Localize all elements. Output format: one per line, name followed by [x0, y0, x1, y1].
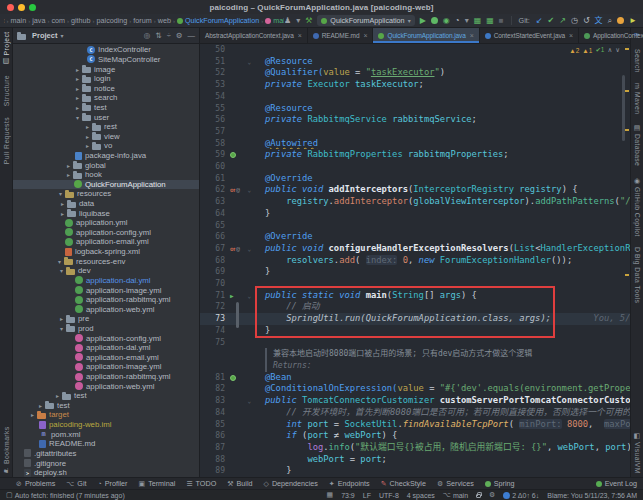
breadcrumb-item-src[interactable]: src — [4, 16, 5, 25]
tree-item-paicoding-web-iml[interactable]: paicoding-web.iml — [13, 420, 199, 430]
chevron-right-icon[interactable]: ▸ — [64, 171, 73, 178]
expand-collapse-button[interactable]: ⇅ — [155, 31, 161, 40]
close-tab-icon[interactable]: × — [569, 32, 573, 39]
stop-button[interactable]: ■ — [499, 16, 504, 26]
tree-item-application-rabbitmq-yml[interactable]: application-rabbitmq.yml — [13, 295, 199, 305]
stripe-warning-mark[interactable] — [625, 129, 629, 131]
tree-item--gitattributes[interactable]: .gitattributes — [13, 449, 199, 459]
tab-quickforumapplication-java[interactable]: QuickForumApplication.java× — [373, 28, 479, 43]
fold-icon[interactable]: ⌄ — [247, 395, 251, 407]
tree-item-application-dal-yml[interactable]: application-dal.yml — [13, 343, 199, 353]
toolwindow-dependencies[interactable]: ◇Dependencies — [264, 479, 318, 488]
build-project-button[interactable]: ▦ — [474, 16, 482, 26]
debug-button[interactable] — [431, 17, 438, 24]
tree-item-indexcontroller[interactable]: CIndexController — [13, 45, 199, 55]
status-utf-8[interactable]: UTF-8 — [379, 491, 399, 499]
toolwindow-todo[interactable]: ☰TODO — [186, 479, 216, 488]
chevron-down-icon[interactable]: ▾ — [56, 190, 65, 197]
push-button[interactable]: ↗ — [559, 16, 566, 26]
override-gutter-icon[interactable]: o↑ — [230, 243, 235, 255]
chevron-right-icon[interactable]: ▸ — [58, 200, 67, 207]
tree-item-user[interactable]: ▾user — [13, 112, 199, 122]
stripe-warning-mark[interactable] — [625, 90, 629, 92]
tree-item-application-email-yml[interactable]: application-email.yml — [13, 237, 199, 247]
tree-item-quickforumapplication[interactable]: QuickForumApplication — [13, 180, 199, 190]
gutter-drag-bar[interactable] — [236, 302, 239, 328]
tab-applicationcontext-java[interactable]: ApplicationContext.java — [579, 28, 643, 43]
chevron-right-icon[interactable]: ▸ — [83, 123, 92, 130]
chevron-down-icon[interactable]: ▾ — [55, 258, 64, 265]
chevron-right-icon[interactable]: ▸ — [58, 210, 67, 217]
status-2-0-6-[interactable]: 2 Δ0↑ 6↓ — [503, 491, 539, 499]
breadcrumb-item-java[interactable]: java — [32, 16, 45, 25]
plugin-orange-button[interactable] — [617, 17, 624, 24]
code-editor[interactable]: 5051⌄@Resource52@Qualifier(value = "task… — [200, 44, 630, 477]
toolwindow-build[interactable]: ⚒Build — [227, 479, 252, 488]
select-opened-file-button[interactable]: ◎ — [144, 31, 151, 40]
spring-at-gutter-icon[interactable]: @ — [236, 243, 240, 255]
rollback-button[interactable]: ↺ — [583, 16, 590, 26]
close-window-button[interactable] — [7, 4, 14, 11]
profile-dropdown-icon[interactable]: ▾ — [296, 16, 300, 26]
status-lock[interactable] — [476, 491, 481, 499]
chevron-right-icon[interactable]: ▸ — [73, 75, 82, 82]
history-button[interactable]: ◷ — [571, 16, 578, 26]
tree-item-image[interactable]: ▸image — [13, 64, 199, 74]
toolwindow-pull-requests[interactable]: Pull Requests — [3, 117, 10, 164]
toolwindow-maven[interactable]: mMaven — [634, 83, 641, 114]
tree-item-liquibase[interactable]: ▸liquibase — [13, 208, 199, 218]
close-tab-icon[interactable]: × — [363, 32, 367, 39]
tree-item-view[interactable]: ▸view — [13, 131, 199, 141]
profiler-button[interactable]: ◔ — [455, 16, 460, 26]
tree-item-logback-spring-xml[interactable]: logback-spring.xml — [13, 247, 199, 257]
traffic-lights[interactable] — [7, 4, 36, 11]
toolwindow-checkstyle[interactable]: ✎CheckStyle — [381, 479, 426, 488]
chevron-right-icon[interactable]: ▸ — [28, 411, 37, 418]
toolwindow-project[interactable]: ▤Project — [2, 31, 10, 65]
tree-item-login[interactable]: ▸login — [13, 74, 199, 84]
chevron-down-icon[interactable]: ▾ — [57, 325, 66, 332]
tree-item-deploy-sh[interactable]: >deploy.sh — [13, 468, 199, 477]
chevron-right-icon[interactable]: ▸ — [64, 162, 73, 169]
panel-settings-button[interactable]: ⚙ — [176, 31, 183, 40]
breadcrumb-item-paicoding[interactable]: paicoding — [97, 16, 128, 25]
tree-item-application-image-yml[interactable]: application-image.yml — [13, 362, 199, 372]
tree-item-application-dal-yml[interactable]: application-dal.yml — [13, 276, 199, 286]
run-button[interactable]: ▶ — [420, 16, 426, 26]
status-grid[interactable]: ▦ — [327, 491, 334, 499]
tree-item-resources[interactable]: ▾resources — [13, 189, 199, 199]
chevron-right-icon[interactable]: ▸ — [73, 104, 82, 111]
breadcrumb-item-web[interactable]: web — [158, 16, 171, 25]
chevron-down-icon[interactable]: ▾ — [73, 114, 82, 121]
chevron-down-icon[interactable]: ▾ — [57, 267, 66, 274]
toolwindow-terminal[interactable]: ▣Terminal — [139, 479, 176, 488]
tree-item-application-yml[interactable]: application.yml — [13, 218, 199, 228]
run-main-gutter-icon[interactable]: ▶ — [230, 290, 234, 302]
toolwindow-spring[interactable]: Spring — [485, 479, 515, 488]
tree-item-application-email-yml[interactable]: application-email.yml — [13, 353, 199, 363]
chevron-right-icon[interactable]: ▸ — [73, 94, 82, 101]
toolwindow-structure[interactable]: Structure — [3, 75, 10, 106]
toolwindow-search[interactable]: Search — [634, 49, 641, 73]
tree-item-application-rabbitmq-yml[interactable]: application-rabbitmq.yml — [13, 372, 199, 382]
project-dropdown-icon[interactable]: ▾ — [60, 32, 63, 39]
tree-item--gitignore[interactable]: .gitignore — [13, 458, 199, 468]
breadcrumb-item-main[interactable]: main — [11, 16, 27, 25]
status-blame-you-5-11-23-7-56-am[interactable]: Blame: You 5/11/23, 7:56 AM — [547, 491, 637, 499]
tree-item-readme-md[interactable]: README.md — [13, 439, 199, 449]
status-73-9[interactable]: 73:9 — [341, 491, 355, 499]
toolwindow-git[interactable]: ⌥Git — [66, 479, 86, 488]
toolwindow-bookmarks[interactable]: ⚑Bookmarks — [2, 426, 10, 474]
chevron-right-icon[interactable]: ▸ — [73, 66, 82, 73]
spring-bean-gutter-icon[interactable] — [230, 152, 236, 158]
tree-item-prod[interactable]: ▾prod — [13, 324, 199, 334]
tree-item-rest[interactable]: ▸rest — [13, 122, 199, 132]
tree-item-package-info-java[interactable]: package-info.java — [13, 151, 199, 161]
user-profile-button[interactable]: ♟ — [284, 16, 291, 26]
toolwindow-services[interactable]: ⚙Services — [437, 479, 474, 488]
tree-item-pre[interactable]: ▸pre — [13, 314, 199, 324]
breadcrumb-item-com[interactable]: com — [51, 16, 65, 25]
stripe-warning-mark[interactable] — [625, 274, 629, 276]
spring-at-gutter-icon[interactable]: @ — [236, 184, 240, 196]
editor-scrollbar[interactable] — [622, 75, 625, 141]
